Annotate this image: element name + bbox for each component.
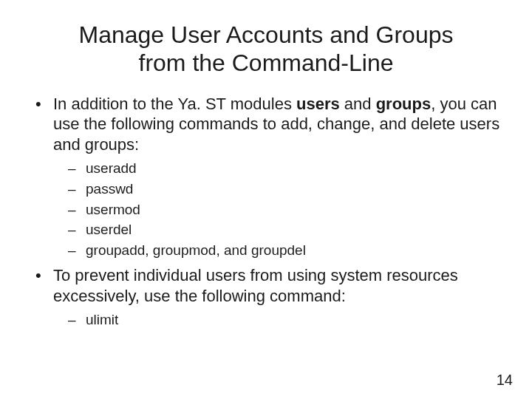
bullet1-bold-users: users <box>296 95 340 113</box>
bullet1-text-pre: In addition to the Ya. ST modules <box>53 95 296 113</box>
sub-item-userdel: userdel <box>66 220 504 239</box>
sub-item-useradd: useradd <box>66 159 504 178</box>
page-number: 14 <box>497 372 513 389</box>
sub-item-usermod: usermod <box>66 200 504 219</box>
bullet-item-2: To prevent individual users from using s… <box>33 265 504 330</box>
sub-item-ulimit: ulimit <box>66 310 504 330</box>
title-line-2: from the Command-Line <box>138 50 393 76</box>
bullet-list: In addition to the Ya. ST modules users … <box>33 94 504 330</box>
bullet1-bold-groups: groups <box>376 95 432 113</box>
bullet-item-1: In addition to the Ya. ST modules users … <box>33 94 504 260</box>
sub-item-passwd: passwd <box>66 180 504 199</box>
sub-list-2: ulimit <box>66 310 504 330</box>
title-line-1: Manage User Accounts and Groups <box>79 21 454 48</box>
bullet1-text-mid: and <box>340 95 376 113</box>
slide: Manage User Accounts and Groups from the… <box>0 0 532 399</box>
sub-item-group-commands: groupadd, groupmod, and groupdel <box>66 241 504 260</box>
sub-list-1: useradd passwd usermod userdel groupadd,… <box>66 159 504 259</box>
bullet2-text: To prevent individual users from using s… <box>53 266 458 305</box>
slide-title: Manage User Accounts and Groups from the… <box>28 21 504 78</box>
